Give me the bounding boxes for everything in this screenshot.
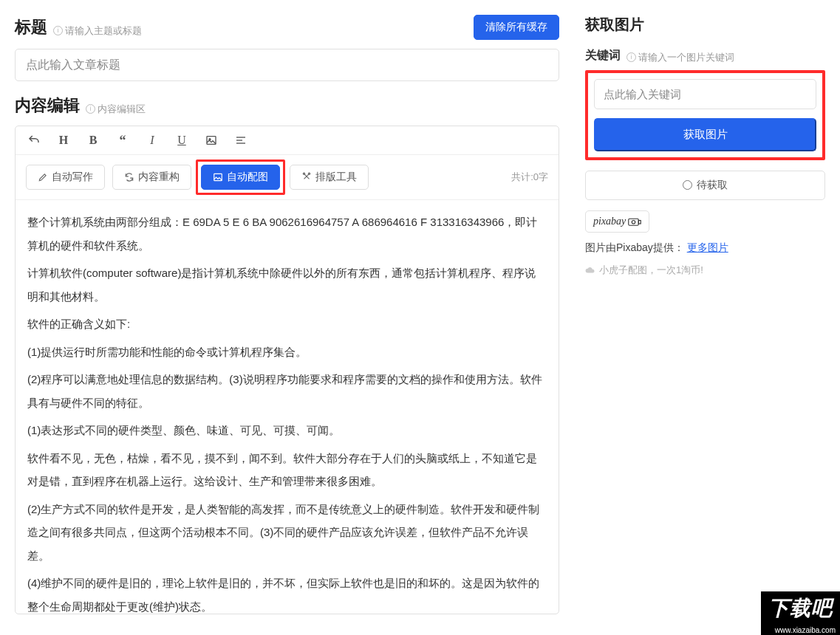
camera-icon <box>628 217 641 226</box>
picture-icon <box>213 172 223 182</box>
pixabay-badge: pixabay <box>585 210 649 233</box>
keyword-input[interactable] <box>594 79 816 109</box>
paragraph: 软件的正确含义如下: <box>27 312 547 336</box>
title-header: 标题 i 请输入主题或标题 清除所有缓存 <box>15 15 559 40</box>
refresh-icon <box>124 172 134 182</box>
paragraph: (2)生产方式不同的软件是开发，是人类智能的高发挥，而不是传统意义上的硬件制造。… <box>27 498 547 568</box>
pencil-icon <box>38 172 48 182</box>
sidebar: 获取图片 关键词 i 请输入一个图片关键词 获取图片 待获取 pixabay 图… <box>574 0 840 635</box>
circle-icon <box>683 180 692 190</box>
paragraph: (1)提供运行时所需功能和性能的命令或计算机程序集合。 <box>27 340 547 364</box>
more-images-link[interactable]: 更多图片 <box>687 241 728 253</box>
cloud-icon <box>585 267 595 274</box>
content-edit-sub: i 内容编辑区 <box>86 103 146 116</box>
paragraph: (2)程序可以满意地处理信息的数据结构。(3)说明程序功能要求和程序需要的文档的… <box>27 368 547 414</box>
paragraph: (1)表达形式不同的硬件类型、颜色、味道、可见、可摸、可闻。 <box>27 419 547 442</box>
undo-icon[interactable] <box>26 132 42 148</box>
fetch-image-title: 获取图片 <box>585 15 825 35</box>
bold-icon[interactable]: B <box>85 132 101 148</box>
restructure-button[interactable]: 内容重构 <box>112 165 191 190</box>
article-title-input[interactable] <box>15 49 559 81</box>
paragraph: 软件看不见，无色，枯燥，看不见，摸不到，闻不到。软件大部分存在于人们的头脑或纸上… <box>27 447 547 493</box>
watermark: 下载吧 www.xiazaiba.com <box>761 591 840 635</box>
fetch-image-button[interactable]: 获取图片 <box>594 118 816 151</box>
keyword-sub: i 请输入一个图片关键词 <box>626 51 734 64</box>
paragraph: 计算机软件(computer software)是指计算机系统中除硬件以外的所有… <box>27 261 547 308</box>
svg-rect-8 <box>629 219 639 225</box>
info-icon: i <box>86 104 95 114</box>
align-left-icon[interactable] <box>233 132 249 148</box>
image-icon[interactable] <box>203 132 219 148</box>
title-sub: i 请输入主题或标题 <box>53 24 142 38</box>
info-icon: i <box>626 52 636 62</box>
word-count: 共计:0字 <box>511 171 548 184</box>
content-editor[interactable]: 整个计算机系统由两部分组成：E 69DA 5 E 6 BA 9062616964… <box>16 200 559 614</box>
editor-box: H B “ I U 自动写作 内容重构 <box>15 126 559 614</box>
keyword-label: 关键词 <box>585 48 621 64</box>
tools-icon <box>301 172 312 182</box>
svg-point-9 <box>632 220 636 224</box>
pending-button[interactable]: 待获取 <box>585 171 825 200</box>
quote-icon[interactable]: “ <box>115 132 131 148</box>
content-edit-label: 内容编辑 <box>15 95 80 117</box>
main-panel: 标题 i 请输入主题或标题 清除所有缓存 内容编辑 i 内容编辑区 H <box>0 0 574 635</box>
credit-line: 图片由Pixabay提供： 更多图片 <box>585 241 825 255</box>
action-toolbar: 自动写作 内容重构 自动配图 排版工具 共计:0字 <box>16 155 559 200</box>
auto-image-highlight: 自动配图 <box>196 159 285 195</box>
clear-cache-button[interactable]: 清除所有缓存 <box>474 15 559 40</box>
auto-image-button[interactable]: 自动配图 <box>201 165 280 190</box>
paragraph: 整个计算机系统由两部分组成：E 69DA 5 E 6 BA 9062616964… <box>27 210 547 257</box>
svg-rect-10 <box>639 220 641 224</box>
underline-icon[interactable]: U <box>174 132 190 148</box>
footer-note: 小虎子配图，一次1淘币! <box>585 264 825 277</box>
title-label: 标题 <box>15 16 47 38</box>
auto-write-button[interactable]: 自动写作 <box>26 165 105 190</box>
layout-tool-button[interactable]: 排版工具 <box>290 165 369 190</box>
paragraph: (4)维护不同的硬件是旧的，理论上软件是旧的，并不坏，但实际上软件也是旧的和坏的… <box>27 572 547 614</box>
info-icon: i <box>53 26 63 35</box>
italic-icon[interactable]: I <box>144 132 160 148</box>
format-toolbar: H B “ I U <box>16 126 559 155</box>
heading-icon[interactable]: H <box>55 132 72 148</box>
keyword-highlight-box: 获取图片 <box>585 70 825 160</box>
